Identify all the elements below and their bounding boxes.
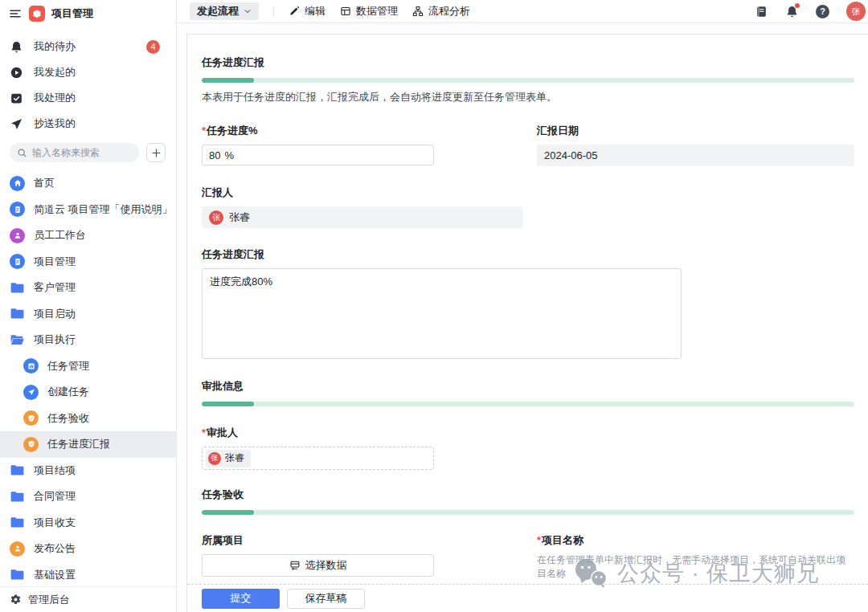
- sidebar-item-initiated-by-me[interactable]: 我发起的: [0, 59, 176, 85]
- required-mark: *: [537, 534, 541, 546]
- sidebar-item-cc-to-me[interactable]: 抄送我的: [0, 111, 176, 137]
- play-circle-icon: [10, 66, 23, 80]
- sidebar-item-announcement[interactable]: 发布公告: [0, 536, 176, 562]
- field-label-report-date: 汇报日期: [537, 124, 854, 138]
- toolbar-divider: [273, 6, 274, 17]
- sidebar-item-project-closure[interactable]: 项目结项: [0, 458, 176, 484]
- sidebar-header: 项目管理: [0, 2, 176, 26]
- section-progress-bar: [202, 510, 854, 515]
- pencil-icon: [289, 6, 300, 17]
- content-area: 任务进度汇报 本表用于任务进度的汇报，汇报完成后，会自动将进度更新至任务管理表单…: [177, 23, 868, 612]
- app-label: 创建任务: [47, 385, 89, 399]
- app-label: 项目结项: [34, 463, 76, 478]
- home-icon: [10, 176, 25, 191]
- app-label: 任务管理: [47, 359, 89, 373]
- sidebar: 项目管理 我的待办 4 我发起的 我处理的 抄送我的: [0, 0, 177, 612]
- data-management-button[interactable]: 数据管理: [340, 4, 398, 18]
- edit-label: 编辑: [305, 4, 326, 18]
- select-project-data-button[interactable]: 选择数据: [202, 554, 434, 577]
- form-footer: 提交 保存草稿: [187, 584, 868, 612]
- approver-picker[interactable]: 张 张睿: [202, 447, 434, 470]
- bell-icon: [10, 40, 23, 54]
- app-title: 项目管理: [51, 6, 93, 21]
- sidebar-item-processed-by-me[interactable]: 我处理的: [0, 85, 176, 111]
- org-chart-icon: [412, 6, 424, 17]
- table-icon: [340, 6, 351, 17]
- edit-button[interactable]: 编辑: [289, 4, 326, 18]
- nav-label: 我处理的: [34, 91, 166, 105]
- task-check-icon: [10, 92, 23, 105]
- sidebar-item-usage-guide[interactable]: 简道云 项目管理「使用说明」: [0, 197, 176, 223]
- submit-button[interactable]: 提交: [202, 589, 280, 609]
- folder-icon: [10, 516, 25, 529]
- approver-chip[interactable]: 张 张睿: [206, 450, 251, 467]
- sidebar-item-project-start[interactable]: 项目启动: [0, 301, 176, 328]
- flow-analysis-button[interactable]: 流程分析: [412, 4, 470, 18]
- approver-name: 张睿: [225, 451, 244, 465]
- task-progress-input[interactable]: 80%: [202, 145, 434, 165]
- start-flow-label: 发起流程: [197, 4, 239, 18]
- add-app-button[interactable]: [146, 143, 166, 162]
- section-title-approval: 审批信息: [202, 379, 854, 394]
- search-input[interactable]: [32, 147, 113, 158]
- app-label: 任务验收: [47, 411, 89, 426]
- field-label-progress-report: 任务进度汇报: [202, 247, 854, 262]
- app-label: 首页: [34, 176, 55, 190]
- data-management-label: 数据管理: [356, 4, 398, 18]
- sidebar-item-basic-settings[interactable]: 基础设置: [0, 562, 176, 587]
- sidebar-item-my-todo[interactable]: 我的待办 4: [0, 34, 176, 59]
- sidebar-item-home[interactable]: 首页: [0, 170, 176, 197]
- journal-icon[interactable]: [755, 5, 768, 18]
- sidebar-item-task-mgmt[interactable]: 任务管理: [0, 353, 176, 380]
- app-window: 项目管理 我的待办 4 我发起的 我处理的 抄送我的: [0, 0, 868, 612]
- sidebar-item-create-task[interactable]: 创建任务: [0, 379, 176, 406]
- admin-label: 管理后台: [28, 593, 70, 607]
- app-label: 合同管理: [34, 489, 76, 504]
- task-progress-value: 80: [209, 149, 220, 161]
- app-label: 简道云 项目管理「使用说明」: [34, 202, 173, 217]
- form-body: 任务进度汇报 本表用于任务进度的汇报，汇报完成后，会自动将进度更新至任务管理表单…: [187, 35, 868, 584]
- progress-fill: [202, 510, 254, 515]
- sidebar-item-customer-mgmt[interactable]: 客户管理: [0, 275, 176, 301]
- nav-label: 抄送我的: [34, 116, 166, 131]
- field-label-project: 所属项目: [202, 533, 537, 548]
- form-card: 任务进度汇报 本表用于任务进度的汇报，汇报完成后，会自动将进度更新至任务管理表单…: [186, 34, 868, 612]
- folder-icon: [10, 307, 25, 320]
- sidebar-item-project-mgmt[interactable]: 项目管理: [0, 249, 176, 275]
- folder-icon: [10, 568, 25, 581]
- field-label-task-progress: *任务进度%: [202, 124, 537, 138]
- collapse-menu-icon[interactable]: [8, 6, 23, 21]
- app-label: 项目管理: [34, 255, 76, 269]
- help-icon[interactable]: ?: [816, 5, 829, 18]
- approver-avatar: 张: [208, 452, 221, 465]
- gear-icon: [10, 594, 22, 606]
- start-flow-button[interactable]: 发起流程: [190, 2, 259, 20]
- sidebar-item-task-acceptance[interactable]: 任务验收: [0, 406, 176, 432]
- main-area: 发起流程 编辑 数据管理 流程分析 ?: [177, 0, 868, 612]
- document-icon: [10, 254, 25, 269]
- app-label: 客户管理: [34, 280, 76, 295]
- sidebar-item-contract-mgmt[interactable]: 合同管理: [0, 483, 176, 510]
- user-avatar[interactable]: 张: [846, 2, 866, 21]
- sidebar-nav: 我的待办 4 我发起的 我处理的 抄送我的: [0, 34, 176, 137]
- progress-report-textarea[interactable]: 进度完成80%: [202, 268, 682, 359]
- app-logo-icon: [29, 6, 45, 22]
- sidebar-item-project-execution[interactable]: 项目执行: [0, 327, 176, 353]
- app-label: 任务进度汇报: [47, 437, 110, 451]
- sidebar-item-admin-console[interactable]: 管理后台: [0, 586, 176, 612]
- notifications-bell-icon[interactable]: [785, 5, 799, 18]
- field-label-approver: *审批人: [202, 426, 854, 440]
- search-box[interactable]: [10, 143, 139, 162]
- paper-plane-icon: [23, 385, 39, 400]
- top-toolbar: 发起流程 编辑 数据管理 流程分析 ?: [177, 0, 868, 23]
- chart-icon: [23, 358, 39, 373]
- app-label: 项目执行: [34, 333, 76, 347]
- progress-fill: [202, 78, 254, 83]
- sidebar-app-list: 首页 简道云 项目管理「使用说明」 员工工作台 项目管理 客户管理 项目启动: [0, 170, 176, 586]
- sidebar-search-row: [0, 143, 176, 162]
- sidebar-item-project-finance[interactable]: 项目收支: [0, 510, 176, 537]
- sidebar-item-staff-workbench[interactable]: 员工工作台: [0, 222, 176, 249]
- sidebar-item-task-progress-report[interactable]: 任务进度汇报: [0, 431, 176, 458]
- save-draft-button[interactable]: 保存草稿: [287, 589, 365, 609]
- document-icon: [10, 202, 25, 217]
